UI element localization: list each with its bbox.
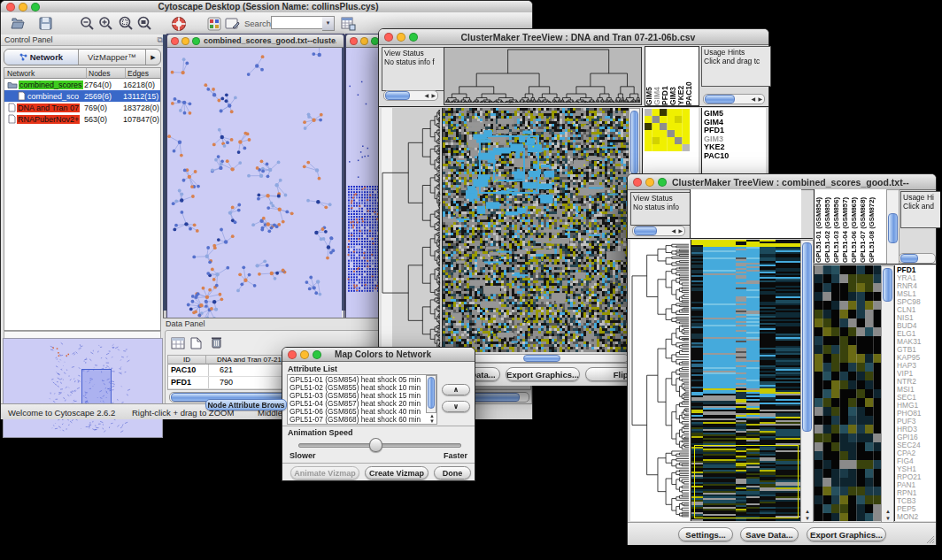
gene-label[interactable]: KAP95 (897, 354, 936, 362)
gene-label[interactable]: SPC98 (897, 298, 936, 306)
zoom-in-icon[interactable] (97, 15, 114, 32)
col-header-nodes[interactable]: Nodes (87, 68, 126, 79)
col-header-id[interactable]: ID (168, 356, 206, 364)
column-dendrogram-canvas[interactable] (444, 47, 642, 105)
network-row[interactable]: DNA and Tran 07769(0)183728(0) (4, 102, 160, 113)
gene-label[interactable]: SEC24 (897, 441, 936, 449)
gene-label[interactable]: YSH1 (897, 465, 936, 473)
gene-label[interactable]: VIP1 (897, 370, 936, 378)
attribute-list[interactable]: GPL51-01 (GSM854) heat shock 05 minGPL51… (287, 374, 437, 425)
settings-button[interactable]: Settings... (678, 527, 733, 541)
network-view-titlebar[interactable]: combined_scores_good.txt--cluste... (167, 35, 344, 48)
node-attribute-browser-button[interactable]: Node Attribute Brows (205, 399, 287, 410)
tab-network[interactable]: Network (4, 50, 79, 65)
gene-label[interactable]: NIS1 (897, 314, 936, 322)
network-row[interactable]: combined_scores2764(0)16218(0) (4, 79, 160, 90)
view-status-hscrollbar[interactable]: ◀▶ (632, 226, 685, 236)
gene-label[interactable]: RPN1 (897, 489, 936, 497)
gene-label[interactable]: TCB3 (897, 497, 936, 505)
zoom-out-icon[interactable] (79, 15, 96, 32)
window-controls[interactable] (171, 37, 200, 45)
gene-label[interactable]: PAN1 (897, 481, 936, 489)
row-dendrogram-canvas[interactable] (382, 108, 441, 352)
save-data-button[interactable]: Save Data... (740, 527, 799, 541)
column-label[interactable]: GPL51-07 (GSM868) (859, 189, 868, 263)
gene-label[interactable]: GIM4 (704, 119, 766, 127)
heatmap-canvas[interactable] (691, 240, 801, 521)
gene-label[interactable]: PFD1 (704, 127, 766, 135)
tab-vizmapper[interactable]: VizMapper™ (79, 50, 145, 65)
gene-label-list[interactable]: PFD1YRA1RNR4MSL1SPC98CLN1NIS1BUD4ELG1MAK… (894, 265, 936, 521)
window-controls[interactable] (6, 3, 40, 12)
gene-label[interactable]: MAK31 (897, 338, 936, 346)
column-label[interactable]: GPL51-04 (GSM857) (841, 189, 850, 263)
heatmap-vscrollbar[interactable]: ▲▼ (800, 240, 814, 523)
treeview-combined-titlebar[interactable]: ClusterMaker TreeView : combined_scores_… (628, 174, 936, 190)
gene-label[interactable]: PFD1 (897, 266, 936, 274)
vizmapper-icon[interactable] (205, 15, 222, 32)
animate-vizmap-button[interactable]: Animate Vizmap (290, 466, 359, 479)
column-label[interactable]: GPL51-06 (GSM865) (850, 189, 859, 263)
gene-label[interactable]: SEC1 (897, 394, 936, 402)
gene-label[interactable]: GIM3 (704, 135, 766, 144)
zoom-heatmap-canvas[interactable] (814, 265, 882, 521)
search-dropdown-arrow[interactable]: ▼ (322, 16, 335, 31)
network-row[interactable]: RNAPuberNov2+563(0)107847(0) (4, 113, 160, 125)
row-dendrogram-canvas[interactable] (630, 240, 690, 521)
delete-attribute-icon[interactable] (208, 334, 225, 350)
column-labels[interactable]: GIM5GIM4PFD1GIM3YKE2PAC10 (645, 46, 699, 106)
gene-label[interactable]: RPO21 (897, 473, 936, 481)
gene-label[interactable]: NTR2 (897, 378, 936, 386)
gene-label[interactable]: HAP3 (897, 362, 936, 370)
column-label[interactable]: GPL51-02 (GSM855) (823, 189, 832, 263)
gene-label[interactable]: FIG4 (897, 457, 936, 465)
window-controls[interactable] (384, 33, 418, 42)
usage-hints-hscrollbar[interactable] (899, 253, 936, 264)
move-up-button[interactable]: ∧ (442, 384, 470, 395)
navigator-canvas[interactable] (4, 339, 160, 435)
animation-speed-slider-thumb[interactable] (369, 438, 382, 452)
gene-label[interactable]: PUF3 (897, 418, 936, 426)
gene-label[interactable]: CLN1 (897, 306, 936, 314)
zoom-fit-icon[interactable] (135, 15, 152, 32)
attribute-list-item[interactable]: GPL51-07 (GSM868) heat shock 60 min (290, 416, 435, 424)
gene-label[interactable]: BUD4 (897, 322, 936, 330)
attribute-list-vscrollbar[interactable] (426, 375, 436, 413)
gene-label[interactable]: YKE2 (704, 143, 766, 152)
col-header-edges[interactable]: Edges (126, 68, 160, 79)
gene-label[interactable]: GIM5 (704, 110, 766, 119)
column-label[interactable]: GPL51-01 (GSM854) (815, 189, 823, 263)
import-table-icon[interactable] (340, 15, 357, 32)
gene-label[interactable]: HMG1 (897, 402, 936, 410)
open-file-icon[interactable] (10, 15, 27, 32)
export-graphics-button[interactable]: Export Graphics... (506, 367, 580, 381)
tab-overflow-button[interactable]: ▶ (145, 50, 160, 65)
gene-label[interactable]: MSL1 (897, 290, 936, 298)
view-status-hscrollbar[interactable]: ◀▶ (383, 90, 438, 101)
column-labels[interactable]: GPL51-01 (GSM854)GPL51-02 (GSM855)GPL51-… (814, 189, 887, 263)
new-attribute-icon[interactable] (188, 334, 205, 351)
heatmap-canvas[interactable] (442, 108, 629, 352)
network-row[interactable]: combined_sco2569(6)13112(15) (4, 90, 160, 102)
window-controls[interactable] (350, 37, 379, 45)
export-graphics-button[interactable]: Export Graphics... (807, 527, 886, 541)
col-header-network[interactable]: Network (4, 68, 87, 79)
annotation-icon[interactable] (224, 15, 241, 32)
data-table-icon[interactable] (169, 334, 186, 351)
network-view-canvas[interactable] (167, 48, 342, 318)
column-label[interactable]: PAC10 (685, 47, 693, 105)
save-session-icon[interactable] (37, 15, 54, 32)
create-vizmap-button[interactable]: Create Vizmap (365, 466, 429, 479)
gene-label[interactable]: PEP5 (897, 505, 936, 513)
done-button[interactable]: Done (434, 466, 471, 479)
window-controls[interactable] (633, 178, 667, 187)
gene-label[interactable]: MSI1 (897, 386, 936, 394)
gene-label[interactable]: CPA2 (897, 449, 936, 457)
map-colors-titlebar[interactable]: Map Colors to Network (282, 348, 475, 362)
window-controls[interactable] (288, 350, 321, 359)
zoom-matrix-canvas[interactable] (645, 109, 690, 151)
gene-label[interactable]: HRD3 (897, 426, 936, 433)
column-label[interactable]: GPL51-08 (GSM872) (868, 189, 876, 263)
gene-label[interactable]: RNR4 (897, 282, 936, 290)
resize-grip-icon[interactable] (924, 533, 935, 544)
